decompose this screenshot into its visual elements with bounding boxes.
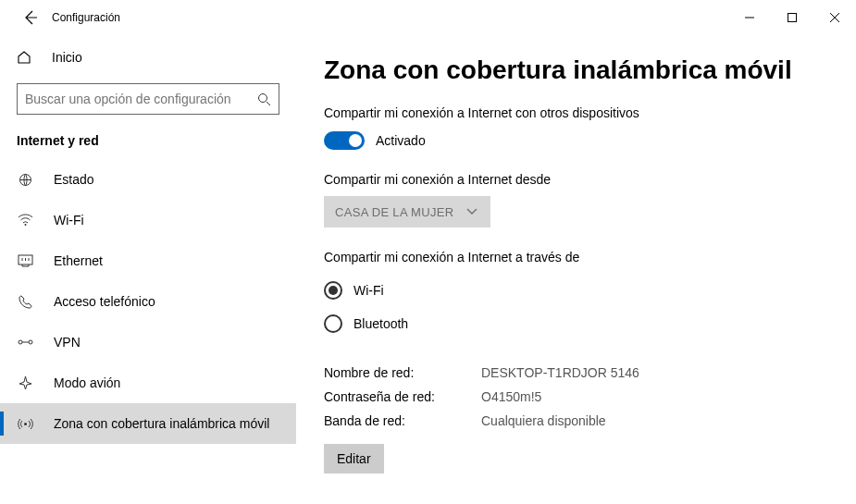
- search-icon: [256, 92, 271, 106]
- sidebar-item-label: Wi-Fi: [54, 213, 84, 227]
- sidebar-item-label: Acceso telefónico: [54, 294, 155, 309]
- edit-button[interactable]: Editar: [324, 444, 384, 473]
- main: Zona con cobertura inalámbrica móvil Com…: [296, 35, 856, 504]
- vpn-icon: [17, 336, 33, 349]
- sidebar-home-label: Inicio: [52, 50, 82, 65]
- sidebar-section-header: Internet y red: [0, 128, 296, 159]
- search-input-container[interactable]: [17, 83, 279, 115]
- share-label: Compartir mi conexión a Internet con otr…: [324, 105, 828, 120]
- info-row: Banda de red: Cualquiera disponible: [324, 409, 828, 433]
- svg-rect-0: [788, 14, 797, 22]
- sidebar-item-label: VPN: [54, 335, 81, 350]
- close-button[interactable]: [813, 0, 856, 35]
- sidebar-item-label: Estado: [54, 172, 94, 187]
- info-value: Cualquiera disponible: [481, 413, 606, 428]
- window-title: Configuración: [52, 11, 120, 24]
- info-value: DESKTOP-T1RDJOR 5146: [481, 365, 639, 380]
- radio-label: Bluetooth: [354, 316, 408, 331]
- minimize-button[interactable]: [728, 0, 771, 35]
- info-row: Nombre de red: DESKTOP-T1RDJOR 5146: [324, 361, 828, 385]
- network-info: Nombre de red: DESKTOP-T1RDJOR 5146 Cont…: [324, 361, 828, 433]
- sidebar-item-label: Modo avión: [54, 375, 120, 390]
- radio-wifi[interactable]: Wi-Fi: [324, 274, 828, 307]
- sidebar-item-ethernet[interactable]: Ethernet: [0, 240, 296, 281]
- radio-button: [324, 314, 342, 333]
- info-key: Contraseña de red:: [324, 389, 481, 404]
- info-value: O4150m!5: [481, 389, 541, 404]
- radio-button: [324, 281, 342, 300]
- page-title: Zona con cobertura inalámbrica móvil: [324, 55, 828, 85]
- chevron-down-icon: [466, 208, 478, 215]
- back-button[interactable]: [13, 10, 48, 25]
- radio-label: Wi-Fi: [354, 283, 384, 298]
- ethernet-icon: [17, 254, 33, 267]
- titlebar: Configuración: [0, 0, 856, 35]
- svg-point-1: [258, 93, 267, 102]
- sidebar-item-status[interactable]: Estado: [0, 159, 296, 200]
- sidebar-item-dialup[interactable]: Acceso telefónico: [0, 281, 296, 322]
- sidebar-item-hotspot[interactable]: Zona con cobertura inalámbrica móvil: [0, 403, 296, 444]
- status-icon: [17, 172, 33, 188]
- share-over-label: Compartir mi conexión a Internet a travé…: [324, 250, 828, 264]
- dialup-icon: [17, 294, 33, 310]
- sidebar-home[interactable]: Inicio: [0, 41, 296, 74]
- share-from-label: Compartir mi conexión a Internet desde: [324, 172, 828, 187]
- window-controls: [728, 0, 856, 35]
- sidebar-item-label: Zona con cobertura inalámbrica móvil: [54, 416, 269, 431]
- svg-point-5: [19, 340, 22, 344]
- share-toggle-row: Activado: [324, 131, 828, 150]
- content: Inicio Internet y red Estado Wi-Fi Ether…: [0, 35, 856, 504]
- share-from-select[interactable]: CASA DE LA MUJER: [324, 196, 490, 227]
- info-key: Banda de red:: [324, 413, 481, 428]
- sidebar-item-vpn[interactable]: VPN: [0, 322, 296, 363]
- search-input[interactable]: [25, 92, 256, 106]
- home-icon: [17, 50, 31, 65]
- svg-point-3: [24, 224, 26, 226]
- sidebar: Inicio Internet y red Estado Wi-Fi Ether…: [0, 35, 296, 504]
- sidebar-item-wifi[interactable]: Wi-Fi: [0, 200, 296, 240]
- sidebar-item-label: Ethernet: [54, 253, 103, 268]
- airplane-icon: [17, 375, 33, 391]
- sidebar-item-airplane[interactable]: Modo avión: [0, 363, 296, 403]
- share-toggle[interactable]: [324, 131, 365, 150]
- info-row: Contraseña de red: O4150m!5: [324, 385, 828, 409]
- share-over-radio-group: Wi-Fi Bluetooth: [324, 274, 828, 340]
- toggle-state-label: Activado: [376, 133, 426, 148]
- radio-bluetooth[interactable]: Bluetooth: [324, 307, 828, 340]
- svg-point-6: [29, 340, 32, 344]
- wifi-icon: [17, 214, 33, 227]
- svg-point-7: [24, 423, 27, 425]
- hotspot-icon: [17, 416, 33, 432]
- info-key: Nombre de red:: [324, 365, 481, 380]
- maximize-button[interactable]: [771, 0, 813, 35]
- share-from-value: CASA DE LA MUJER: [335, 205, 453, 219]
